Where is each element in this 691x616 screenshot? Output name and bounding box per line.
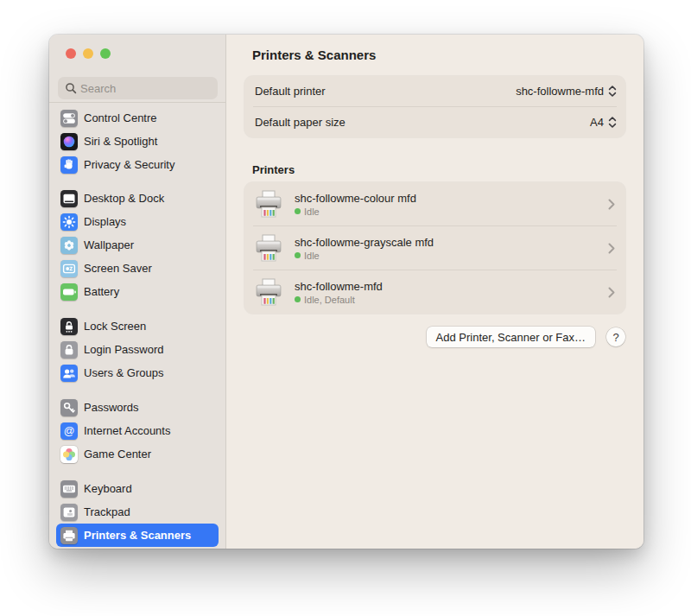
default-paper-size-row: Default paper size A4	[244, 107, 625, 137]
sidebar-item-label: Passwords	[84, 401, 139, 414]
add-printer-button[interactable]: Add Printer, Scanner or Fax…	[427, 327, 595, 347]
chevron-right-icon	[608, 243, 615, 254]
sidebar-item-internet-accounts[interactable]: @ Internet Accounts	[56, 419, 219, 442]
sidebar-divider	[49, 102, 225, 103]
sidebar-item-control-centre[interactable]: Control Centre	[56, 106, 219, 130]
sidebar-item-passwords[interactable]: Passwords	[56, 396, 219, 419]
login-password-lock-icon	[60, 341, 78, 359]
sidebar-item-privacy-security[interactable]: Privacy & Security	[56, 153, 219, 176]
actions-row: Add Printer, Scanner or Fax… ?	[244, 327, 625, 347]
sidebar-item-printers-scanners[interactable]: Printers & Scanners	[56, 524, 219, 547]
svg-text:@: @	[64, 425, 75, 437]
printer-status-text: Idle	[304, 206, 320, 217]
stepper-icon	[608, 116, 617, 129]
default-printer-row: Default printer shc-followme-mfd	[244, 76, 625, 106]
sidebar-item-label: Lock Screen	[84, 320, 146, 333]
sidebar-item-label: Siri & Spotlight	[84, 135, 157, 148]
sidebar-item-login-password[interactable]: Login Password	[56, 338, 219, 361]
sidebar-group: Passwords @ Internet Accounts Game Cente…	[49, 396, 225, 466]
sidebar-item-desktop-dock[interactable]: Desktop & Dock	[56, 187, 219, 210]
control-centre-icon	[60, 110, 78, 127]
sidebar-group: Lock Screen Login Password Users & Group…	[49, 314, 225, 384]
sidebar-item-label: Privacy & Security	[84, 158, 174, 171]
defaults-card: Default printer shc-followme-mfd Default…	[244, 76, 625, 137]
sidebar-item-users-groups[interactable]: Users & Groups	[56, 361, 219, 384]
printer-icon	[253, 189, 284, 219]
sidebar-item-lock-screen[interactable]: Lock Screen	[56, 314, 219, 338]
sidebar-item-game-center[interactable]: Game Center	[56, 442, 219, 466]
content-pane: Printers & Scanners Default printer shc-…	[226, 35, 643, 549]
internet-accounts-at-icon: @	[60, 422, 78, 440]
zoom-window-button[interactable]	[100, 48, 111, 59]
sidebar-item-label: Trackpad	[84, 505, 130, 518]
sidebar-item-label: Control Centre	[84, 111, 157, 124]
sidebar-item-label: Users & Groups	[84, 366, 163, 379]
printer-status: Idle	[295, 206, 608, 217]
stepper-icon	[608, 85, 617, 98]
minimize-window-button[interactable]	[83, 48, 93, 59]
printer-status: Idle	[295, 251, 608, 261]
chevron-right-icon	[608, 199, 615, 210]
search-input[interactable]	[58, 77, 218, 99]
sidebar-item-label: Game Center	[84, 448, 151, 460]
passwords-key-icon	[60, 399, 78, 416]
sidebar-item-label: Wallpaper	[84, 238, 134, 251]
printer-icon	[253, 277, 284, 307]
sidebar-group: Keyboard Trackpad Printers & Scanners	[49, 477, 225, 547]
sidebar-item-wallpaper[interactable]: Wallpaper	[56, 233, 219, 257]
siri-icon	[60, 133, 78, 150]
trackpad-icon	[60, 504, 78, 521]
sidebar-item-label: Screen Saver	[84, 262, 152, 275]
lock-screen-icon	[60, 318, 78, 335]
sidebar-nav: Control Centre Siri & Spotlight Privacy …	[49, 106, 225, 549]
game-center-icon	[60, 446, 78, 463]
close-window-button[interactable]	[66, 48, 76, 59]
printer-row[interactable]: shc-followme-colour mfd Idle	[244, 182, 625, 225]
window-controls	[66, 48, 111, 59]
keyboard-icon	[60, 480, 78, 498]
screen-saver-icon	[60, 260, 78, 277]
sidebar: Control Centre Siri & Spotlight Privacy …	[49, 35, 226, 549]
sidebar-item-label: Keyboard	[84, 482, 132, 495]
status-dot-icon	[295, 296, 301, 302]
sidebar-item-keyboard[interactable]: Keyboard	[56, 477, 219, 500]
printer-meta: shc-followme-mfd Idle, Default	[295, 280, 608, 305]
default-paper-size-label: Default paper size	[255, 116, 346, 129]
status-dot-icon	[295, 252, 301, 258]
wallpaper-flower-icon	[60, 237, 78, 254]
printers-section-header: Printers	[252, 163, 625, 177]
default-printer-value: shc-followme-mfd	[516, 85, 604, 98]
page-title: Printers & Scanners	[252, 47, 625, 64]
printer-row[interactable]: shc-followme-grayscale mfd Idle	[244, 226, 625, 270]
sidebar-item-siri-spotlight[interactable]: Siri & Spotlight	[56, 130, 219, 153]
default-paper-size-select[interactable]: A4	[590, 116, 617, 129]
printer-meta: shc-followme-grayscale mfd Idle	[295, 236, 608, 261]
chevron-right-icon	[608, 287, 615, 298]
default-printer-select[interactable]: shc-followme-mfd	[516, 85, 617, 98]
printer-name: shc-followme-mfd	[295, 280, 608, 293]
sidebar-item-label: Login Password	[84, 343, 164, 356]
sidebar-item-screen-saver[interactable]: Screen Saver	[56, 257, 219, 280]
displays-sun-icon	[60, 213, 78, 231]
default-paper-size-value: A4	[590, 116, 604, 129]
sidebar-item-label: Printers & Scanners	[84, 529, 191, 542]
printer-status-text: Idle	[304, 251, 320, 261]
printer-name: shc-followme-colour mfd	[295, 192, 608, 205]
desktop-dock-icon	[60, 190, 78, 207]
sidebar-item-battery[interactable]: Battery	[56, 280, 219, 303]
sidebar-item-label: Displays	[84, 215, 126, 228]
system-settings-window: Control Centre Siri & Spotlight Privacy …	[49, 35, 643, 549]
printers-card: shc-followme-colour mfd Idle shc-followm…	[244, 182, 625, 314]
sidebar-group: Desktop & Dock Displays Wallpaper	[49, 187, 225, 303]
printer-row[interactable]: shc-followme-mfd Idle, Default	[244, 270, 625, 314]
printer-status: Idle, Default	[295, 295, 608, 305]
printers-scanners-icon	[60, 527, 78, 544]
help-button[interactable]: ?	[606, 327, 625, 346]
sidebar-item-trackpad[interactable]: Trackpad	[56, 500, 219, 524]
sidebar-item-displays[interactable]: Displays	[56, 210, 219, 233]
battery-icon	[60, 283, 78, 301]
printer-meta: shc-followme-colour mfd Idle	[295, 192, 608, 217]
privacy-hand-icon	[60, 156, 78, 174]
printer-status-text: Idle, Default	[304, 295, 355, 305]
sidebar-item-label: Desktop & Dock	[84, 192, 164, 205]
